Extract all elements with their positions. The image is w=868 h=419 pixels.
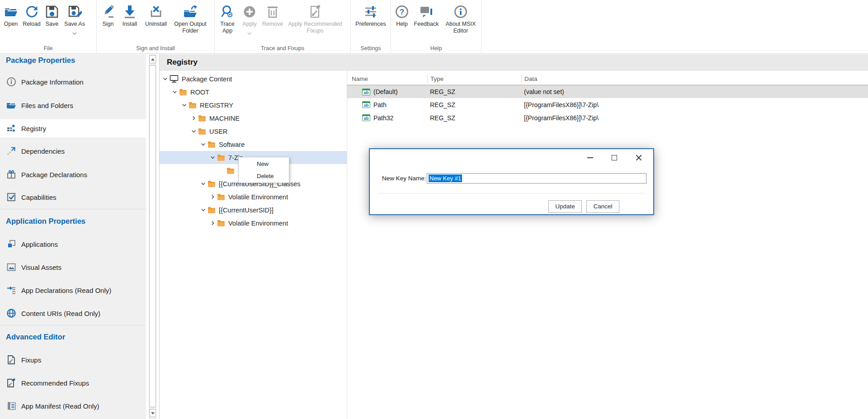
reload-button[interactable]: Reload [21,0,42,43]
list-row-default[interactable]: ab(Default) REG_SZ (value not set) [347,85,868,98]
column-header-name[interactable]: Name [347,75,427,83]
folder-icon [208,180,216,187]
tree-item-label: Volatile Environment [228,220,288,227]
tree-item-label: Package Content [182,75,232,83]
folder-icon [226,167,235,174]
save-as-dropdown-chevron-icon[interactable] [72,28,77,37]
trace-app-button[interactable]: Trace App [216,0,239,43]
preferences-button[interactable]: Preferences [352,0,390,43]
cancel-button[interactable]: Cancel [586,200,619,213]
chevron-right-icon[interactable] [209,194,216,199]
chevron-down-icon[interactable] [200,181,206,186]
sidebar-item-registry[interactable]: Registry [0,119,149,137]
sidebar-item-app-manifest[interactable]: App Manifest (Read Only) [0,397,149,415]
sidebar-item-package-information[interactable]: Package Information [0,73,149,91]
tree-item-package-content[interactable]: Package Content [160,72,347,85]
trace-app-icon [220,4,235,19]
manifest-icon [6,401,16,411]
ribbon-group-sign-install-label: Sign and Install [97,45,214,52]
sidebar-item-capabilities[interactable]: Capabilities [0,188,149,206]
value-name: (Default) [373,88,398,95]
tree-item-volatile-environment-1[interactable]: Volatile Environment [160,190,347,203]
list-row-path32[interactable]: abPath32 REG_SZ [{ProgramFilesX86}]\7-Zi… [347,111,868,124]
sidebar-scrollbar[interactable] [149,54,156,419]
context-menu-item-new[interactable]: New [239,158,289,170]
tree-item-volatile-environment-2[interactable]: Volatile Environment [160,217,347,230]
open-button[interactable]: Open [1,0,21,43]
save-button[interactable]: Save [42,0,61,43]
feedback-button[interactable]: Feedback [412,0,441,43]
ribbon-group-file: Open Reload Save Save As [0,0,97,53]
checkbox-icon [6,192,16,202]
chevron-down-icon[interactable] [171,89,178,94]
trace-app-label: Trace App [216,21,239,34]
chevron-down-icon[interactable] [162,76,168,81]
tree-item-currentusersid[interactable]: [{CurrentUserSID}] [160,203,347,217]
chevron-down-icon[interactable] [200,207,206,212]
chevron-down-icon[interactable] [181,103,187,108]
preferences-label: Preferences [355,21,386,28]
fixup-star-icon [6,378,16,388]
ribbon-group-help-label: Help [391,45,481,52]
chevron-right-icon[interactable] [190,116,197,121]
list-header: Name Type Data [347,73,868,85]
ribbon-toolbar: Open Reload Save Save As [0,0,868,54]
chevron-down-icon[interactable] [200,142,206,147]
chevron-down-icon[interactable] [209,155,216,160]
scroll-down-button[interactable] [149,409,156,417]
value-type: REG_SZ [427,101,521,108]
install-label: Install [123,21,137,28]
ribbon-group-help: ? Help Feedback About MSIX Editor Help [391,0,481,53]
sidebar-heading-package-properties: Package Properties [6,56,75,65]
uninstall-button[interactable]: Uninstall [141,0,171,43]
sidebar-item-package-declarations[interactable]: Package Declarations [0,165,149,184]
dialog-maximize-button[interactable] [607,153,622,163]
tree-item-user[interactable]: USER [160,125,347,138]
dialog-close-button[interactable] [632,153,646,163]
sidebar-item-visual-assets[interactable]: Visual Assets [0,258,149,276]
tree-item-root[interactable]: ROOT [160,85,347,99]
tree-item-software[interactable]: Software [160,138,347,151]
folder-icon [217,193,225,200]
tree-item-registry[interactable]: REGISTRY [160,99,347,112]
ribbon-group-trace-fixups-label: Trace and Fixups [215,45,350,52]
install-button[interactable]: Install [118,0,141,43]
column-header-data[interactable]: Data [521,75,868,83]
context-menu-item-delete[interactable]: Delete [239,170,289,182]
help-button[interactable]: ? Help [392,0,412,43]
sidebar-item-recommended-fixups[interactable]: Recommended Fixups [0,374,149,392]
globe-icon [6,308,16,318]
sidebar-item-applications[interactable]: Applications [0,235,149,253]
update-button[interactable]: Update [548,200,582,213]
registry-tree: Package Content ROOT REGISTRY MACHINE US… [160,71,347,419]
sign-button[interactable]: Sign [98,0,118,43]
value-type: REG_SZ [427,88,521,95]
sidebar-item-dependencies[interactable]: Dependencies [0,142,149,160]
sidebar-item-content-uris[interactable]: Content URIs (Read Only) [0,304,149,322]
save-as-button[interactable]: Save As [61,0,88,43]
chevron-down-icon[interactable] [190,129,197,134]
sidebar-item-files-and-folders[interactable]: Files and Folders [0,96,149,114]
dialog-minimize-button[interactable] [583,153,597,163]
chevron-right-icon[interactable] [209,221,216,226]
value-name: Path32 [373,114,393,122]
open-output-folder-button[interactable]: Open Output Folder [171,0,210,43]
sidebar-item-app-declarations[interactable]: App Declarations (Read Only) [0,281,149,299]
value-data: [{ProgramFilesX86}]\7-Zip\ [521,114,868,122]
close-icon [636,155,642,161]
tree-item-machine[interactable]: MACHINE [160,112,347,125]
column-header-type[interactable]: Type [427,75,521,83]
apply-dropdown-chevron-icon [247,28,252,37]
about-msix-editor-button[interactable]: About MSIX Editor [441,0,481,43]
remove-label: Remove [262,21,283,28]
scroll-up-button[interactable] [149,55,156,63]
ribbon-group-settings: Preferences Settings [351,0,391,53]
sidebar-item-fixups[interactable]: Fixups [0,351,149,369]
list-arrow-icon [6,285,16,295]
maximize-icon [612,155,617,160]
new-key-name-input[interactable]: New Key #1 [427,173,646,184]
list-row-path[interactable]: abPath REG_SZ [{ProgramFilesX86}]\7-Zip\ [347,98,868,111]
remove-button: Remove [260,0,285,43]
scrollbar-thumb[interactable] [149,65,156,407]
ribbon-group-trace-fixups: Trace App Apply Remove [215,0,351,53]
